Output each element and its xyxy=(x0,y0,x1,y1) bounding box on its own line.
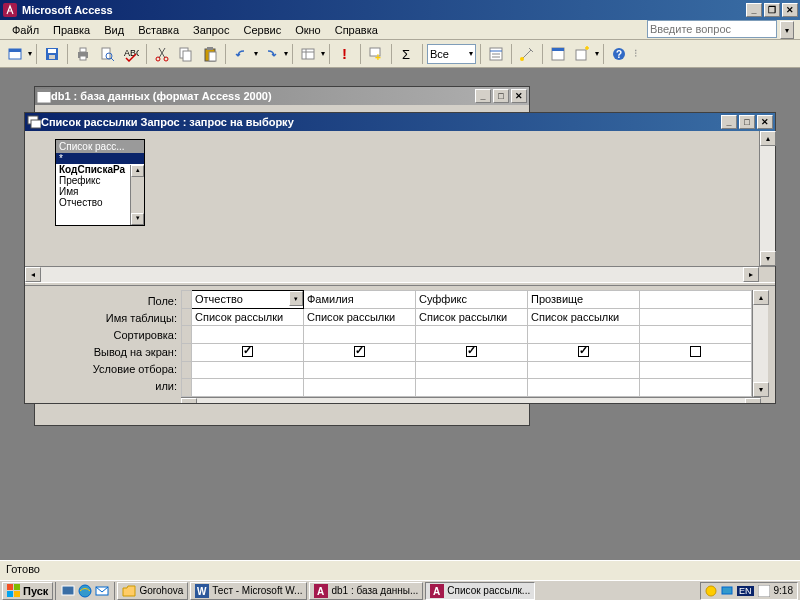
db-minimize-button[interactable]: _ xyxy=(475,89,491,103)
build-button[interactable] xyxy=(516,43,538,65)
show-checkbox[interactable] xyxy=(690,346,701,357)
new-object-dropdown-icon[interactable]: ▾ xyxy=(595,49,599,58)
show-checkbox[interactable] xyxy=(354,346,365,357)
tray-display-icon[interactable] xyxy=(721,585,733,597)
grid-cell-field[interactable]: Фамилия xyxy=(304,291,416,309)
grid-cell-field[interactable]: Суффикс xyxy=(416,291,528,309)
toolbar-overflow-icon[interactable]: ⁝ xyxy=(634,47,638,60)
help-button[interactable]: ? xyxy=(608,43,630,65)
row-selector[interactable] xyxy=(182,379,192,397)
minimize-button[interactable]: _ xyxy=(746,3,762,17)
top-values-combo[interactable]: Все ▾ xyxy=(427,44,476,64)
menu-help[interactable]: Справка xyxy=(329,22,384,38)
ql-desktop-icon[interactable] xyxy=(60,583,76,599)
help-dropdown-button[interactable]: ▾ xyxy=(780,21,794,39)
menu-file[interactable]: Файл xyxy=(6,22,45,38)
query-maximize-button[interactable]: □ xyxy=(739,115,755,129)
start-button[interactable]: Пуск xyxy=(2,582,53,600)
database-window-titlebar[interactable]: db1 : база данных (формат Access 2000) _… xyxy=(35,87,529,105)
source-table-box[interactable]: Список расс... * КодСпискаРа Префикс Имя… xyxy=(55,139,145,226)
ql-ie-icon[interactable] xyxy=(77,583,93,599)
show-checkbox[interactable] xyxy=(242,346,253,357)
grid-cell-sort[interactable] xyxy=(304,326,416,344)
grid-cell-sort[interactable] xyxy=(416,326,528,344)
row-selector[interactable] xyxy=(182,308,192,326)
print-button[interactable] xyxy=(72,43,94,65)
grid-cell-field[interactable] xyxy=(640,291,752,309)
grid-hscrollbar[interactable]: ◂▸ xyxy=(181,397,761,403)
help-search-input[interactable] xyxy=(647,20,777,38)
ql-oe-icon[interactable] xyxy=(94,583,110,599)
grid-cell-sort[interactable] xyxy=(528,326,640,344)
menu-query[interactable]: Запрос xyxy=(187,22,235,38)
field-star[interactable]: * xyxy=(56,153,144,164)
query-design-window[interactable]: Список рассылки Запрос : запрос на выбор… xyxy=(24,112,776,404)
run-button[interactable]: ! xyxy=(334,43,356,65)
taskbar-task[interactable]: WТест - Microsoft W... xyxy=(190,582,307,600)
grid-cell-table[interactable]: Список рассылки xyxy=(304,308,416,326)
menu-view[interactable]: Вид xyxy=(98,22,130,38)
grid-cell-or[interactable] xyxy=(528,379,640,397)
grid-cell-field[interactable]: Отчество▾ xyxy=(192,291,304,309)
show-checkbox[interactable] xyxy=(578,346,589,357)
save-button[interactable] xyxy=(41,43,63,65)
grid-cell-show[interactable] xyxy=(640,343,752,361)
spelling-button[interactable]: ABC xyxy=(120,43,142,65)
grid-cell-table[interactable]: Список рассылки xyxy=(416,308,528,326)
source-table-title[interactable]: Список расс... xyxy=(56,140,144,153)
query-type-button[interactable] xyxy=(297,43,319,65)
totals-button[interactable]: Σ xyxy=(396,43,418,65)
query-window-titlebar[interactable]: Список рассылки Запрос : запрос на выбор… xyxy=(25,113,775,131)
grid-cell-criteria[interactable] xyxy=(416,361,528,379)
grid-cell-criteria[interactable] xyxy=(528,361,640,379)
query-type-dropdown-icon[interactable]: ▾ xyxy=(321,49,325,58)
undo-dropdown-icon[interactable]: ▾ xyxy=(254,49,258,58)
taskbar-task[interactable]: Adb1 : база данны... xyxy=(309,582,423,600)
paste-button[interactable] xyxy=(199,43,221,65)
grid-cell-field[interactable]: Прозвище xyxy=(528,291,640,309)
properties-button[interactable] xyxy=(485,43,507,65)
undo-button[interactable] xyxy=(230,43,252,65)
database-window-button[interactable] xyxy=(547,43,569,65)
menu-tools[interactable]: Сервис xyxy=(237,22,287,38)
copy-button[interactable] xyxy=(175,43,197,65)
view-dropdown-icon[interactable]: ▾ xyxy=(28,49,32,58)
grid-cell-criteria[interactable] xyxy=(192,361,304,379)
qbe-grid[interactable]: Отчество▾ФамилияСуффиксПрозвищеСписок ра… xyxy=(181,290,775,403)
grid-cell-sort[interactable] xyxy=(192,326,304,344)
restore-button[interactable]: ❐ xyxy=(764,3,780,17)
tray-volume-icon[interactable] xyxy=(705,585,717,597)
show-checkbox[interactable] xyxy=(466,346,477,357)
grid-cell-show[interactable] xyxy=(192,343,304,361)
new-object-button[interactable] xyxy=(571,43,593,65)
db-maximize-button[interactable]: □ xyxy=(493,89,509,103)
field-list-scrollbar[interactable]: ▴ ▾ xyxy=(130,165,144,225)
grid-cell-or[interactable] xyxy=(640,379,752,397)
row-selector[interactable] xyxy=(182,326,192,344)
row-selector[interactable] xyxy=(182,291,192,309)
menu-edit[interactable]: Правка xyxy=(47,22,96,38)
grid-cell-table[interactable]: Список рассылки xyxy=(192,308,304,326)
redo-dropdown-icon[interactable]: ▾ xyxy=(284,49,288,58)
grid-cell-show[interactable] xyxy=(416,343,528,361)
grid-cell-criteria[interactable] xyxy=(640,361,752,379)
cut-button[interactable] xyxy=(151,43,173,65)
grid-cell-or[interactable] xyxy=(192,379,304,397)
db-close-button[interactable]: ✕ xyxy=(511,89,527,103)
menu-insert[interactable]: Вставка xyxy=(132,22,185,38)
tray-app-icon[interactable] xyxy=(758,585,770,597)
menu-window[interactable]: Окно xyxy=(289,22,327,38)
table-diagram-pane[interactable]: Список расс... * КодСпискаРа Префикс Имя… xyxy=(25,131,759,266)
grid-cell-show[interactable] xyxy=(528,343,640,361)
upper-hscrollbar[interactable]: ◂▸ xyxy=(25,266,775,282)
row-selector[interactable] xyxy=(182,343,192,361)
grid-vscrollbar[interactable]: ▴▾ xyxy=(752,290,768,397)
query-close-button[interactable]: ✕ xyxy=(757,115,773,129)
grid-cell-table[interactable] xyxy=(640,308,752,326)
grid-cell-show[interactable] xyxy=(304,343,416,361)
grid-cell-criteria[interactable] xyxy=(304,361,416,379)
print-preview-button[interactable] xyxy=(96,43,118,65)
taskbar-task[interactable]: AСписок рассылк... xyxy=(425,582,535,600)
row-selector[interactable] xyxy=(182,361,192,379)
field-dropdown-icon[interactable]: ▾ xyxy=(289,291,303,306)
